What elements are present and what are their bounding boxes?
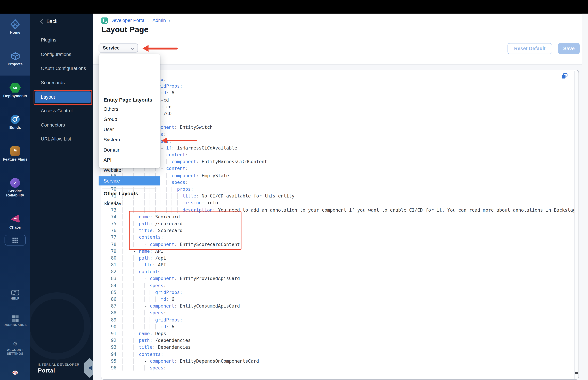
code-line-63: 63 cases: [105,138,575,145]
page-header: Developer Portal › Admin › Layout Page S… [94,14,588,65]
back-button[interactable]: Back [40,19,57,24]
code-line-72: 72 missing: info [105,200,575,206]
dropdown-option-user[interactable]: User [104,127,114,132]
sidebar-item-label: Layout [41,94,55,99]
code-line-91: 91 - name: Deps [105,330,575,337]
sidebar-item-scorecards[interactable]: Scorecards [41,80,65,85]
code-line-69: 69 specs: [105,179,575,186]
code-line-84: 84 specs: [105,282,575,289]
rail-item-label: Projects [0,62,30,66]
triangle-left-icon [86,366,92,370]
code-line-82: 82 contents: [105,268,575,275]
entity-layouts-dropdown: Entity Page Layouts Others Group User Sy… [99,54,160,168]
rail-item-deployments[interactable]: ∞ Deployments [0,82,30,98]
rail-item-feature-flags[interactable]: ⚑ Feature Flags [0,145,30,162]
rail-item-builds[interactable]: Builds [0,114,30,130]
code-line-67: 67 - content: [105,165,575,172]
grid-icon [12,237,18,243]
sidebar-item-connectors[interactable]: Connectors [41,122,65,127]
code-line-85: 85 gridProps: [105,289,575,296]
dropdown-option-others[interactable]: Others [104,106,118,112]
rail-item-label: Feature Flags [0,157,30,162]
sidebar-item-url-allow-list[interactable]: URL Allow List [41,136,71,142]
breadcrumb: Developer Portal › Admin › [101,17,170,24]
code-line-73: 73 description: You need to add an annot… [105,207,575,213]
feature-flags-icon: ⚑ [0,145,30,157]
code-line-54: 54 specs: [105,79,575,83]
developer-portal-icon [101,17,108,24]
rail-item-user-avatar[interactable]: DP [0,368,30,378]
dropdown-option-api[interactable]: API [104,157,112,163]
dropdown-group-label: Other Layouts [104,191,138,196]
code-line-62: 62 specs: [105,131,575,138]
code-line-65: 65 content: [105,152,575,158]
breadcrumb-link-admin[interactable]: Admin [152,18,166,23]
editor-scrollbar-thumb[interactable] [575,372,578,374]
code-line-87: 87 - component: EntityConsumedApisCard [105,303,575,309]
breadcrumb-link-developer-portal[interactable]: Developer Portal [111,18,146,23]
code-line-76: 76 title: Scorecard [105,227,575,234]
entity-type-select[interactable]: Service [99,43,138,52]
dropdown-option-website[interactable]: Website [104,167,121,173]
chaos-icon [0,213,30,225]
editor-scrollbar-track[interactable] [574,71,578,379]
module-grid-button[interactable] [5,235,26,246]
sidebar-collapse-button[interactable] [84,358,93,378]
copy-icon[interactable] [562,73,568,79]
code-line-81: 81 title: API [105,262,575,268]
sidebar-item-oauth-configurations[interactable]: OAuth Configurations [41,66,86,71]
code-line-95: 95 - component: EntityDependsOnComponent… [105,358,575,364]
builds-icon [0,114,30,125]
sidebar-item-layout[interactable]: Layout [35,91,91,103]
rail-item-label: HELP [0,297,30,301]
code-line-71: 71 title: No CI/CD available for this en… [105,193,575,200]
decorative-ring [30,292,91,360]
code-line-68: 68 component: EmptyState [105,172,575,179]
code-line-55: 55 gridProps: [105,83,575,90]
product-brand: INTERNAL DEVELOPER Portal [38,363,79,374]
rail-item-label: Home [0,31,30,35]
dropdown-option-group[interactable]: Group [104,116,117,122]
code-line-75: 75 path: /scorecard [105,220,575,227]
dropdown-option-system[interactable]: System [104,137,120,142]
sidebar-item-plugins[interactable]: Plugins [41,38,56,43]
code-line-93: 93 title: Dependencies [105,344,575,351]
avatar[interactable]: DP [12,371,18,375]
rail-item-label: Chaos [0,226,30,230]
module-rail: Home Projects ∞ Deployments Builds ⚑ Fea… [0,14,30,380]
rail-item-account-settings[interactable]: ⚙ ACCOUNT SETTINGS [0,340,30,356]
breadcrumb-separator: › [148,18,150,23]
code-line-70: 70 props: [105,186,575,193]
rail-item-label: DASHBOARDS [0,323,30,327]
divider [102,189,156,189]
dropdown-option-sidenav[interactable]: Sidenav [104,201,121,206]
rail-item-help[interactable]: ? HELP [0,289,30,301]
sidebar-item-access-control[interactable]: Access Control [41,108,73,113]
entity-type-select-value: Service [103,45,120,51]
app-root: Home Projects ∞ Deployments Builds ⚑ Fea… [0,0,588,380]
code-line-60: 60 contents: [105,117,575,124]
reset-default-button[interactable]: Reset Default [508,43,552,54]
code-viewport[interactable]: 54 specs:55 gridProps:56 md: 657 - name:… [105,79,575,374]
dropdown-option-domain[interactable]: Domain [104,147,120,152]
window-scrollbar-track[interactable] [582,14,588,380]
dropdown-option-service-selected[interactable]: Service [99,176,160,185]
rail-item-label: Service Reliability [0,189,30,197]
rail-item-chaos[interactable]: Chaos [0,213,30,230]
code-line-83: 83 - component: EntityProvidedApisCard [105,275,575,282]
deployments-icon: ∞ [0,82,30,93]
sidebar-item-configurations[interactable]: Configurations [41,52,71,57]
rail-item-label: Builds [0,126,30,130]
dropdown-option-label: Service [104,178,120,184]
home-icon [0,19,30,30]
layout-yaml-editor-card: 54 specs:55 gridProps:56 md: 657 - name:… [101,70,579,380]
rail-item-projects[interactable]: Projects [0,50,30,66]
save-button[interactable]: Save [558,43,580,54]
rail-item-home[interactable]: Home [0,19,30,35]
code-line-58: 58 path: /ci-cd [105,103,575,110]
code-line-79: 79 - name: API [105,248,575,254]
code-line-92: 92 path: /dependencies [105,337,575,344]
rail-item-dashboards[interactable]: DASHBOARDS [0,315,30,327]
rail-item-service-reliability[interactable]: ✓ Service Reliability [0,177,30,197]
admin-sidebar: Back Plugins Configurations OAuth Config… [30,14,94,380]
